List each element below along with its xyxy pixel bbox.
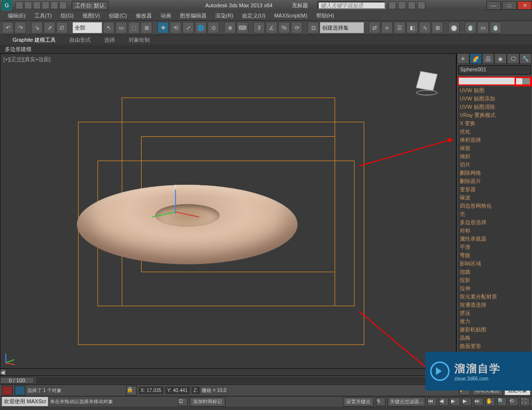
menu-grapheditors[interactable]: 图形编辑器 <box>176 11 210 20</box>
modifier-item[interactable]: 优化 <box>458 128 531 136</box>
modifier-item[interactable]: 变形器 <box>458 185 531 194</box>
qat-btn[interactable] <box>33 1 41 9</box>
lock-icon[interactable]: 🔒 <box>126 386 137 395</box>
ribbon-panel-polymodel[interactable]: 多边形建模 <box>5 46 32 53</box>
pivot-icon[interactable]: ⊙ <box>208 22 219 33</box>
modifier-item[interactable]: 晶格 <box>458 334 531 342</box>
keymode-icon[interactable]: ↯ <box>376 397 386 406</box>
modifier-item[interactable]: 保留 <box>458 144 531 152</box>
modifier-item[interactable]: 倾斜 <box>458 152 531 161</box>
modifier-item[interactable]: 噪波 <box>458 194 531 202</box>
workspace-selector[interactable]: 工作台: 默认 <box>72 1 108 10</box>
playback-start-icon[interactable]: ⏮ <box>427 397 437 406</box>
viewnav-orbit-icon[interactable]: ⟲ <box>509 397 518 406</box>
menu-group[interactable]: 组(G) <box>57 11 78 20</box>
maximize-button[interactable]: □ <box>502 1 516 10</box>
modifier-item[interactable]: UVW 贴图添加 <box>458 95 531 103</box>
tab-display-icon[interactable]: 🖵 <box>507 53 519 64</box>
coord-x[interactable]: X: 17.035 <box>139 387 163 394</box>
key-filters[interactable]: 关键点过滤器... <box>387 397 425 407</box>
select-rotate-icon[interactable]: ⟲ <box>170 22 181 33</box>
tab-motion-icon[interactable]: ◉ <box>494 53 507 64</box>
menu-tools[interactable]: 工具(T) <box>31 11 56 20</box>
modifier-item[interactable]: 体积选择 <box>458 136 531 144</box>
modifier-item[interactable]: 壳 <box>458 210 531 218</box>
schematic-icon[interactable]: ⊞ <box>432 22 443 33</box>
menu-rendering[interactable]: 渲染(R) <box>211 11 237 20</box>
modifier-item[interactable]: 按元素分配材质 <box>458 293 531 301</box>
add-time-tag[interactable]: 添加时间标记 <box>190 397 226 407</box>
modifier-item[interactable]: 切片 <box>458 161 531 169</box>
infocenter-icon[interactable] <box>388 1 396 9</box>
select-move-icon[interactable]: ✥ <box>157 22 169 33</box>
viewcube[interactable] <box>412 68 441 98</box>
help-icon[interactable] <box>418 1 425 9</box>
material-editor-icon[interactable]: ⬤ <box>448 22 460 33</box>
minimize-button[interactable]: — <box>486 1 501 10</box>
viewnav-pan-icon[interactable]: ✋ <box>485 397 495 406</box>
scroll-left-icon[interactable]: ◀ <box>0 369 7 376</box>
star-icon[interactable] <box>398 1 406 9</box>
modifier-item[interactable]: UVW 贴图 <box>458 86 531 95</box>
modifier-item[interactable]: 摄影机贴图 <box>458 326 531 334</box>
select-scale-icon[interactable]: ⤢ <box>182 22 194 33</box>
menu-create[interactable]: 创建(C) <box>105 11 130 20</box>
tab-create-icon[interactable]: ✳ <box>457 53 469 64</box>
app-logo-icon[interactable]: G <box>1 0 12 11</box>
close-button[interactable]: ✕ <box>517 1 532 10</box>
setkey-button[interactable]: 设置关键点 <box>343 397 374 407</box>
qat-btn[interactable] <box>42 1 49 9</box>
curve-editor-icon[interactable]: ∿ <box>419 22 431 33</box>
menu-customize[interactable]: 自定义(U) <box>238 11 269 20</box>
playback-next-icon[interactable]: ▶ <box>462 397 472 406</box>
manipulate-icon[interactable]: ⊕ <box>224 22 236 33</box>
named-selection-set[interactable]: 创建选择集 <box>320 22 364 33</box>
viewnav-max-icon[interactable]: ⛶ <box>520 397 530 406</box>
render-icon[interactable]: 🍵 <box>490 22 501 33</box>
mirror-icon[interactable]: ⇄ <box>369 22 380 33</box>
modifier-item[interactable]: 删除面片 <box>458 177 531 185</box>
modifier-list[interactable]: UVW 贴图 UVW 贴图添加 UVW 贴图清除 VRay 置换模式 X 变换 … <box>458 86 531 369</box>
ribbon-tab-graphite[interactable]: Graphite 建模工具 <box>6 35 63 45</box>
ribbon-tab-selection[interactable]: 选择 <box>97 35 122 45</box>
render-frame-icon[interactable]: ▭ <box>477 22 489 33</box>
undo-icon[interactable]: ↶ <box>2 22 14 33</box>
graphite-icon[interactable]: ◧ <box>406 22 418 33</box>
viewport-label[interactable]: [+][正交][真实+边面] <box>3 56 50 63</box>
maxscript-macro-icon[interactable] <box>15 386 25 395</box>
viewnav-zoom-icon[interactable]: 🔍 <box>497 397 507 406</box>
redo-icon[interactable]: ↷ <box>15 22 26 33</box>
modifier-item[interactable]: X 变换 <box>458 119 531 128</box>
modifier-item[interactable]: 投影 <box>458 276 531 284</box>
tab-modify-icon[interactable]: 🌈 <box>469 53 482 64</box>
object-name-field[interactable]: Sphere001 <box>458 65 531 75</box>
modifier-item[interactable]: 推力 <box>458 317 531 326</box>
refcoord-icon[interactable]: 🌐 <box>195 22 207 33</box>
ribbon-tab-freeform[interactable]: 自由形式 <box>63 35 97 45</box>
coord-y[interactable]: Y: 40.441 <box>165 387 190 394</box>
modifier-item[interactable]: 对称 <box>458 227 531 235</box>
help-search-input[interactable] <box>318 1 386 9</box>
modifier-item[interactable]: 挤压 <box>458 309 531 317</box>
select-name-icon[interactable]: ▭ <box>115 22 127 33</box>
selection-filter-dropdown[interactable]: 全部 <box>73 22 102 33</box>
angle-snap-icon[interactable]: ∠ <box>266 22 277 33</box>
unlink-icon[interactable]: ⇗ <box>44 22 55 33</box>
menu-edit[interactable]: 编辑(E) <box>4 11 30 20</box>
align-icon[interactable]: ≡ <box>381 22 393 33</box>
render-setup-icon[interactable]: 🍵 <box>465 22 476 33</box>
percent-snap-icon[interactable]: % <box>278 22 290 33</box>
snap-icon[interactable]: 3 <box>253 22 265 33</box>
modifier-item[interactable]: 影响区域 <box>458 260 531 268</box>
modifier-item[interactable]: VRay 置换模式 <box>458 111 531 119</box>
layer-icon[interactable]: ☰ <box>394 22 405 33</box>
qat-btn[interactable] <box>16 1 23 9</box>
modifier-item[interactable]: 四边形网格化 <box>458 202 531 210</box>
ribbon-tab-objectpaint[interactable]: 对象绘制 <box>122 35 157 45</box>
modifier-item[interactable]: 曲面变形 <box>458 342 531 350</box>
spinner-snap-icon[interactable]: ⟳ <box>291 22 303 33</box>
modifier-item[interactable]: 扭曲 <box>458 268 531 276</box>
tab-hierarchy-icon[interactable]: 品 <box>482 53 495 64</box>
modifier-item[interactable]: 属性承载器 <box>458 235 531 243</box>
modifier-item[interactable]: 按通道选择 <box>458 301 531 309</box>
